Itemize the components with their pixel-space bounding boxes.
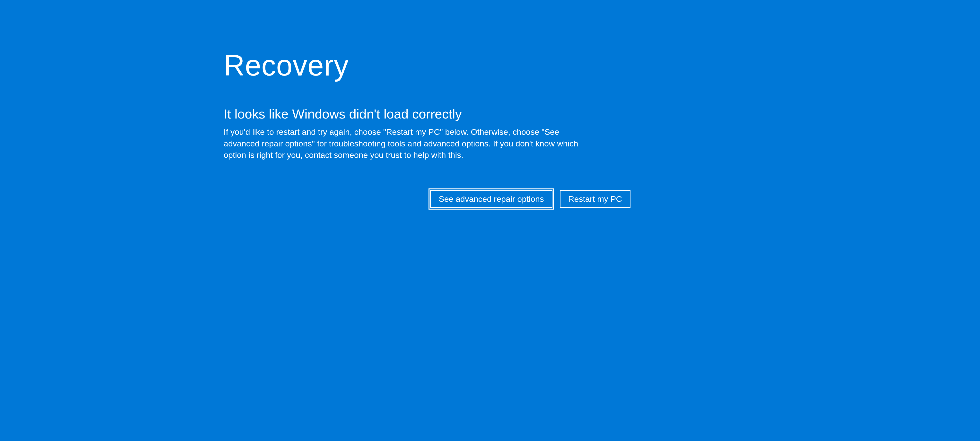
advanced-repair-button[interactable]: See advanced repair options: [430, 190, 552, 208]
recovery-subtitle: It looks like Windows didn't load correc…: [224, 106, 756, 121]
button-row: See advanced repair options Restart my P…: [430, 190, 756, 208]
recovery-title: Recovery: [224, 49, 756, 82]
recovery-screen: Recovery It looks like Windows didn't lo…: [0, 0, 980, 208]
recovery-body-text: If you'd like to restart and try again, …: [224, 126, 588, 161]
restart-pc-button[interactable]: Restart my PC: [560, 190, 630, 208]
